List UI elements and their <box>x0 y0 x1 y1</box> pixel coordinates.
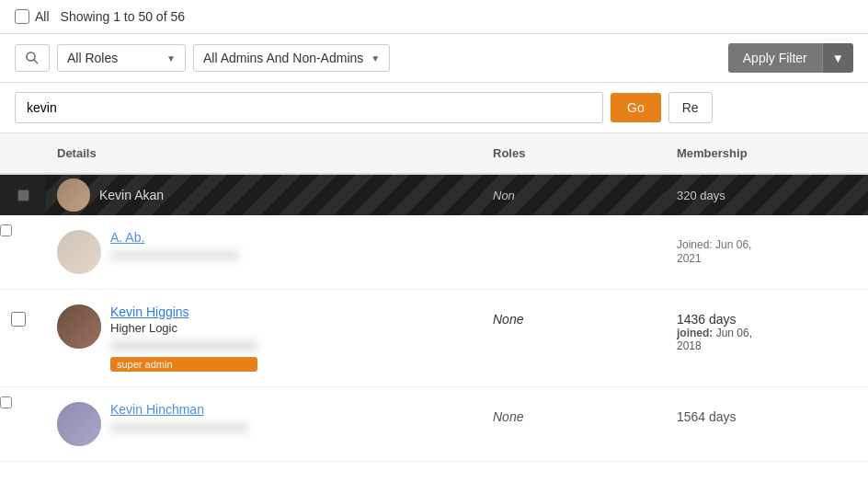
checkbox-cell <box>0 224 46 239</box>
search-input[interactable] <box>15 92 603 123</box>
wavy-details-cell: Kevin Akan <box>46 175 482 215</box>
all-label: All <box>35 9 50 24</box>
apply-filter-button[interactable]: Apply Filter <box>728 43 822 73</box>
wavy-roles-cell: Non <box>482 175 666 215</box>
membership-col-header: Membership <box>666 141 868 166</box>
role-wavy: Non <box>493 189 515 202</box>
search-icon-button[interactable] <box>15 44 50 72</box>
all-checkbox-group[interactable]: All <box>15 9 50 24</box>
email-blurred <box>110 340 257 351</box>
days-wavy: 320 days <box>677 189 725 202</box>
wavy-membership-cell: 320 days <box>666 175 868 215</box>
role-value: None <box>493 409 523 424</box>
checkbox-cell <box>0 396 46 411</box>
roles-dropdown[interactable]: All Roles ▼ <box>57 44 186 72</box>
table-row: Kevin Akan Non 320 days <box>0 175 868 215</box>
wavy-checkbox-cell <box>0 175 46 215</box>
role-value: None <box>493 312 523 327</box>
reset-button[interactable]: Re <box>668 92 713 123</box>
row-checkbox[interactable] <box>0 396 12 408</box>
membership-cell: 1564 days <box>666 396 868 430</box>
apply-filter-caret-button[interactable]: ▼ <box>822 43 853 73</box>
user-info: A. Ab. <box>110 230 239 261</box>
apply-filter-group: Apply Filter ▼ <box>728 43 853 73</box>
showing-text: Showing 1 to 50 of 56 <box>61 9 185 24</box>
admins-dropdown[interactable]: All Admins And Non-Admins ▼ <box>193 44 390 72</box>
avatar <box>57 304 101 349</box>
checkbox-cell <box>0 299 46 332</box>
details-cell: Kevin Higgins Higher Logic super admin <box>46 299 482 377</box>
roles-option-label: All Roles <box>67 51 118 65</box>
user-name[interactable]: Kevin Hinchman <box>110 402 248 417</box>
table-row: Kevin Hinchman None 1564 days <box>0 387 868 462</box>
user-name-wavy[interactable]: Kevin Akan <box>99 188 164 202</box>
search-row: Go Re <box>0 83 868 133</box>
row-checkbox[interactable] <box>17 190 29 201</box>
table-row: Kevin Higgins Higher Logic super admin N… <box>0 290 868 387</box>
details-cell: A. Ab. <box>46 224 482 280</box>
user-info: Kevin Hinchman <box>110 402 248 433</box>
membership-days: 1564 days <box>677 409 857 424</box>
user-info: Kevin Higgins Higher Logic super admin <box>110 304 257 372</box>
filter-bar: All Roles ▼ All Admins And Non-Admins ▼ … <box>0 34 868 83</box>
super-admin-badge: super admin <box>110 357 257 372</box>
svg-line-1 <box>34 60 38 63</box>
roles-dropdown-arrow: ▼ <box>166 53 176 63</box>
joined-text: Joined: Jun 06,2021 <box>677 238 751 265</box>
roles-cell <box>482 224 666 243</box>
membership-cell: Joined: Jun 06,2021 <box>666 224 868 270</box>
svg-point-0 <box>27 52 35 61</box>
joined-text: joined: Jun 06,2018 <box>677 327 857 352</box>
avatar <box>57 230 101 274</box>
table-header: Details Roles Membership <box>0 133 868 175</box>
roles-col-header: Roles <box>482 141 666 166</box>
user-name[interactable]: A. Ab. <box>110 230 239 245</box>
admins-dropdown-arrow: ▼ <box>371 53 380 63</box>
go-button[interactable]: Go <box>611 93 661 122</box>
email-blurred <box>110 250 239 261</box>
email-blurred <box>110 422 248 433</box>
user-org: Higher Logic <box>110 321 257 335</box>
avatar <box>57 402 101 446</box>
membership-cell: 1436 days joined: Jun 06,2018 <box>666 299 868 358</box>
roles-cell: None <box>482 396 666 430</box>
all-checkbox[interactable] <box>15 9 29 24</box>
admins-option-label: All Admins And Non-Admins <box>203 51 363 65</box>
checkbox-col-header <box>0 141 46 166</box>
user-name[interactable]: Kevin Higgins <box>110 304 257 319</box>
roles-cell: None <box>482 299 666 332</box>
membership-days: 1436 days <box>677 312 857 327</box>
table-row: A. Ab. Joined: Jun 06,2021 <box>0 215 868 290</box>
row-checkbox[interactable] <box>0 224 12 236</box>
top-bar: All Showing 1 to 50 of 56 <box>0 0 868 34</box>
avatar <box>57 178 90 212</box>
row-checkbox[interactable] <box>11 312 26 327</box>
search-icon <box>25 51 40 65</box>
details-col-header: Details <box>46 141 482 166</box>
joined-label: joined: <box>677 327 713 339</box>
details-cell: Kevin Hinchman <box>46 396 482 452</box>
